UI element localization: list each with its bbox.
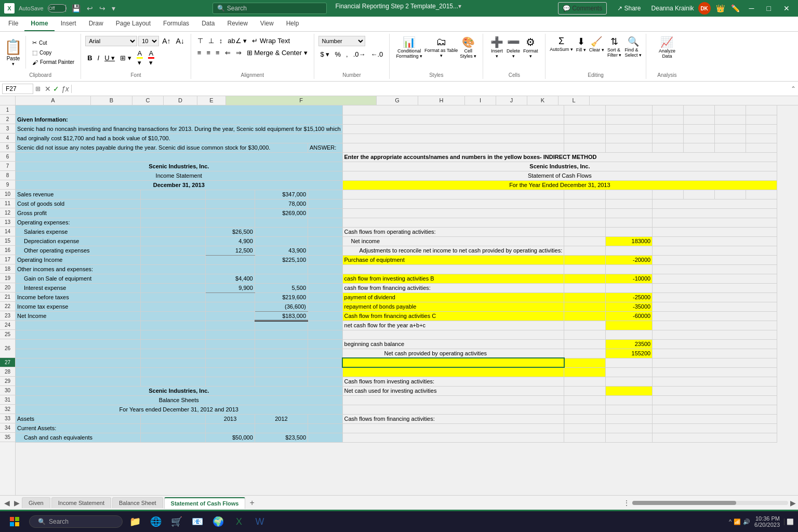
cell-F19[interactable]: cash flow from investing activities B bbox=[342, 274, 564, 283]
cell-A34[interactable]: Current Assets: bbox=[16, 423, 140, 433]
row-header-35[interactable]: 35 bbox=[0, 433, 15, 442]
cell-F26[interactable]: beginning cash balance bbox=[342, 339, 564, 349]
cell-F26b[interactable]: Net cash provided by operating activitie… bbox=[342, 349, 564, 358]
cell-E5[interactable]: ANSWER: bbox=[308, 143, 343, 152]
row-header-22[interactable]: 22 bbox=[0, 302, 15, 311]
tab-help[interactable]: Help bbox=[280, 17, 305, 31]
row-header-21[interactable]: 21 bbox=[0, 292, 15, 302]
conditional-formatting-button[interactable]: 📊 ConditionalFormatting ▾ bbox=[396, 36, 422, 59]
cell-H26b[interactable]: 155200 bbox=[606, 349, 653, 358]
italic-button[interactable]: I bbox=[96, 53, 102, 63]
row-header-15[interactable]: 15 bbox=[0, 236, 15, 246]
cell-F29[interactable]: Cash flows from investing activities: bbox=[342, 377, 564, 386]
row-header-14[interactable]: 14 bbox=[0, 227, 15, 236]
cell-F20[interactable]: cash flow from financing activities: bbox=[342, 283, 564, 292]
font-size-select[interactable]: 10 bbox=[138, 36, 159, 46]
fill-button[interactable]: ⬇ Fill ▾ bbox=[576, 36, 586, 52]
find-select-button[interactable]: 🔍 Find &Select ▾ bbox=[624, 36, 642, 58]
col-header-B[interactable]: B bbox=[91, 96, 132, 105]
redo-icon[interactable]: ↪ bbox=[99, 4, 105, 12]
title-search[interactable]: 🔍 Search bbox=[212, 3, 327, 14]
cell-F8[interactable]: Statement of Cash Flows bbox=[342, 171, 777, 180]
cell-D22[interactable]: (36,600) bbox=[255, 302, 308, 311]
align-center-button[interactable]: ≡ bbox=[204, 48, 212, 58]
confirm-formula-icon[interactable]: ✓ bbox=[53, 85, 59, 93]
cell-A17[interactable]: Operating Income bbox=[16, 255, 140, 264]
cell-D11[interactable]: 78,000 bbox=[255, 199, 308, 208]
cell-D12[interactable]: $269,000 bbox=[255, 208, 308, 218]
align-top-button[interactable]: ⊤ bbox=[195, 36, 205, 46]
tab-review[interactable]: Review bbox=[221, 17, 254, 31]
cell-D17[interactable]: $225,100 bbox=[255, 255, 308, 264]
cell-H19[interactable]: -10000 bbox=[606, 274, 653, 283]
collapse-formula-icon[interactable]: ⌃ bbox=[791, 85, 796, 92]
comments-button[interactable]: 💬 Comments bbox=[558, 2, 607, 15]
tray-arrow-icon[interactable]: ^ bbox=[729, 518, 732, 525]
tab-data[interactable]: Data bbox=[195, 17, 221, 31]
row-header-12[interactable]: 12 bbox=[0, 208, 15, 218]
cell-F14[interactable]: Cash flows from operating activities: bbox=[342, 227, 564, 236]
delete-cells-button[interactable]: ➖ Delete ▾ bbox=[507, 36, 520, 59]
paste-button[interactable]: 📋 Paste ▾ bbox=[4, 36, 26, 69]
cell-F15[interactable]: Net income bbox=[342, 236, 564, 246]
function-icon[interactable]: ƒx bbox=[61, 85, 69, 93]
cell-H22[interactable]: -35000 bbox=[606, 302, 653, 311]
autosum-button[interactable]: Σ AutoSum ▾ bbox=[550, 36, 573, 52]
cell-A2[interactable]: Given Information: bbox=[16, 115, 342, 124]
sheet-nav-next[interactable]: ▶ bbox=[12, 499, 22, 507]
cell-A19[interactable]: Gain on Sale of equipment bbox=[16, 274, 140, 283]
angle-text-button[interactable]: ab∠ ▾ bbox=[225, 36, 249, 46]
col-header-E[interactable]: E bbox=[197, 96, 226, 105]
col-header-C[interactable]: C bbox=[132, 96, 164, 105]
tab-draw[interactable]: Draw bbox=[83, 17, 110, 31]
row-header-6[interactable]: 6 bbox=[0, 152, 15, 162]
fill-color-button[interactable]: A ▾ bbox=[135, 48, 145, 68]
taskbar-edge-icon[interactable]: 🌍 bbox=[210, 513, 227, 530]
tab-home[interactable]: Home bbox=[24, 17, 54, 31]
insert-cells-button[interactable]: ➕ Insert ▾ bbox=[490, 36, 503, 59]
tab-formulas[interactable]: Formulas bbox=[157, 17, 195, 31]
file-title-dropdown[interactable]: ▾ bbox=[458, 3, 461, 14]
cell-A5[interactable]: Scenic did not issue any notes payable d… bbox=[16, 143, 308, 152]
bold-button[interactable]: B bbox=[85, 53, 94, 63]
cell-H30[interactable] bbox=[606, 386, 653, 395]
row-header-16[interactable]: 16 bbox=[0, 246, 15, 255]
tab-insert[interactable]: Insert bbox=[55, 17, 83, 31]
taskbar-search[interactable]: 🔍 Search bbox=[29, 515, 123, 528]
sort-filter-button[interactable]: ⇅ Sort &Filter ▾ bbox=[607, 36, 622, 58]
col-header-H[interactable]: H bbox=[418, 96, 465, 105]
cell-A21[interactable]: Income before taxes bbox=[16, 292, 140, 302]
cell-D10[interactable]: $347,000 bbox=[255, 190, 308, 199]
clock-display[interactable]: 10:36 PM 6/20/2023 bbox=[754, 515, 780, 528]
cell-C33[interactable]: 2013 bbox=[206, 414, 255, 423]
minimize-button[interactable]: ─ bbox=[745, 0, 759, 17]
col-header-D[interactable]: D bbox=[164, 96, 197, 105]
undo-icon[interactable]: ↩ bbox=[87, 4, 93, 12]
row-header-30[interactable]: 30 bbox=[0, 386, 15, 395]
cell-F21[interactable]: payment of dividend bbox=[342, 292, 564, 302]
row-header-27[interactable]: 27 bbox=[0, 358, 15, 367]
cell-F22[interactable]: repayment of bonds payable bbox=[342, 302, 564, 311]
sheet-tab-given[interactable]: Given bbox=[22, 497, 50, 508]
cell-F30[interactable]: Net cash used for investing activities bbox=[342, 386, 564, 395]
cell-A31[interactable]: Balance Sheets bbox=[16, 395, 342, 405]
wrap-text-button[interactable]: ↵ Wrap Text bbox=[250, 36, 292, 46]
row-header-5[interactable]: 5 bbox=[0, 143, 15, 152]
cell-H21[interactable]: -25000 bbox=[606, 292, 653, 302]
cell-F6[interactable]: Enter the appropriate accounts/names and… bbox=[342, 152, 777, 162]
cell-reference-input[interactable] bbox=[2, 84, 33, 94]
cell-C20[interactable]: 9,900 bbox=[206, 283, 255, 292]
row-header-23[interactable]: 23 bbox=[0, 311, 15, 321]
cancel-formula-icon[interactable]: ✕ bbox=[45, 85, 51, 93]
maximize-button[interactable]: □ bbox=[763, 0, 775, 17]
cell-A11[interactable]: Cost of goods sold bbox=[16, 199, 140, 208]
row-header-11[interactable]: 11 bbox=[0, 199, 15, 208]
underline-button[interactable]: U ▾ bbox=[102, 53, 117, 63]
formula-input[interactable] bbox=[74, 84, 789, 94]
align-left-button[interactable]: ≡ bbox=[195, 48, 204, 58]
row-header-29[interactable]: 29 bbox=[0, 377, 15, 386]
border-button[interactable]: ⊞ ▾ bbox=[118, 53, 134, 63]
cell-D16[interactable]: 43,900 bbox=[255, 246, 308, 255]
cell-A23[interactable]: Net Income bbox=[16, 311, 140, 321]
row-header-3[interactable]: 3 bbox=[0, 124, 15, 134]
